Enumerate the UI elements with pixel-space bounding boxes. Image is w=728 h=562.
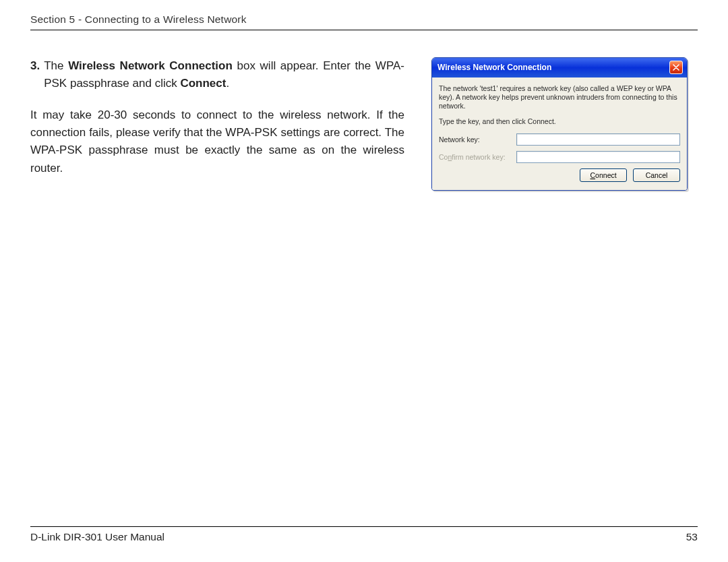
footer-page-number: 53 (686, 531, 698, 543)
confirm-key-row: Confirm network key: (439, 151, 680, 163)
dialog-title: Wireless Network Connection (437, 63, 551, 72)
network-key-input[interactable] (516, 133, 680, 146)
wireless-connection-dialog: Wireless Network Connection The network … (431, 57, 688, 191)
network-key-label: Network key: (439, 135, 516, 144)
confirm-key-label: Confirm network key: (439, 153, 516, 161)
connection-note: It may take 20-30 seconds to connect to … (30, 106, 404, 177)
close-icon[interactable] (669, 61, 683, 74)
connect-button[interactable]: Connect (580, 168, 627, 182)
section-header: Section 5 - Connecting to a Wireless Net… (30, 13, 698, 30)
step-text-post: . (226, 77, 229, 90)
step-3: 3. The Wireless Network Connection box w… (30, 57, 404, 93)
step-number: 3. (30, 57, 40, 93)
step-text-pre: The (44, 59, 68, 72)
network-key-row: Network key: (439, 133, 680, 146)
step-bold-1: Wireless Network Connection (68, 59, 233, 72)
dialog-titlebar[interactable]: Wireless Network Connection (432, 58, 687, 77)
cancel-button[interactable]: Cancel (633, 168, 680, 182)
dialog-lead-text: The network 'test1' requires a network k… (439, 84, 680, 111)
footer-manual-title: D-Link DIR-301 User Manual (30, 531, 164, 543)
step-bold-2: Connect (180, 77, 226, 90)
dialog-instruction: Type the key, and then click Connect. (439, 117, 680, 125)
step-text: The Wireless Network Connection box will… (44, 57, 404, 93)
page-footer: D-Link DIR-301 User Manual 53 (30, 526, 698, 543)
confirm-key-input[interactable] (516, 151, 680, 163)
